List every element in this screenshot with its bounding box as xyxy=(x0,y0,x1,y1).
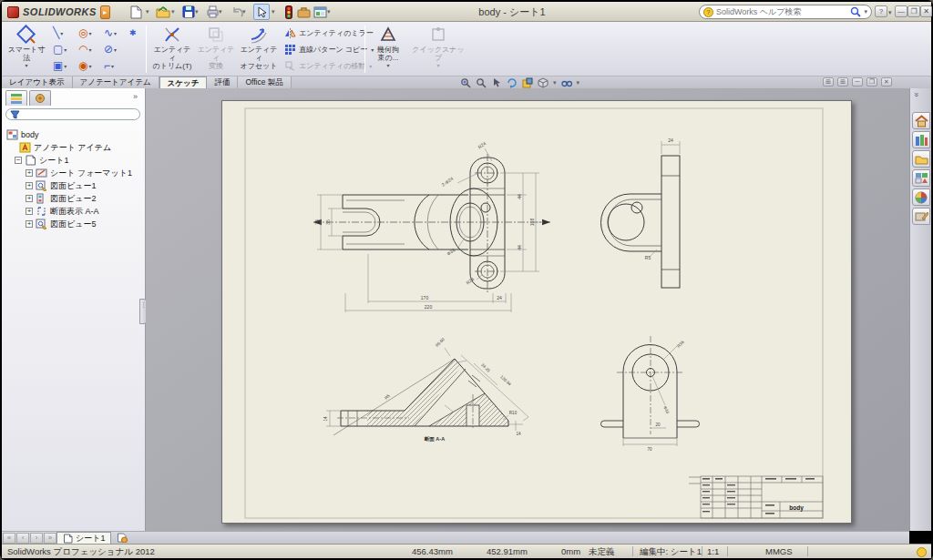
expand-box[interactable] xyxy=(26,195,33,202)
doc-restore-button[interactable]: ❐ xyxy=(866,77,877,87)
tree-item-view2[interactable]: 図面ビュー2 xyxy=(2,192,146,205)
status-help-icon[interactable] xyxy=(917,547,927,557)
smart-dimension-dropdown[interactable]: ▾ xyxy=(25,62,27,70)
open-dropdown[interactable]: ▾ xyxy=(171,8,175,15)
tree-item-annotations[interactable]: アノテート アイテム xyxy=(2,141,146,154)
custom-properties-button[interactable] xyxy=(912,208,930,225)
doc-split-button[interactable]: ⊞ xyxy=(823,77,834,87)
solidworks-resources-button[interactable] xyxy=(912,112,930,129)
close-button[interactable]: ✕ xyxy=(920,5,932,17)
new-document-button[interactable] xyxy=(128,4,144,20)
offset-entities-button[interactable]: エンティティ オフセット xyxy=(237,24,281,75)
bottom-view[interactable]: R36 Φ16 20 70 xyxy=(601,336,700,452)
circle-tool[interactable]: ◎▾ xyxy=(78,25,92,40)
drawing-sheet[interactable]: 170 24 220 44 44 108 74 35 R24 2-Φ24 Φ36… xyxy=(221,100,852,524)
solidworks-logo[interactable]: SOLIDWORKS xyxy=(7,5,110,19)
search-dropdown[interactable]: ▾ xyxy=(864,8,867,15)
tab-office-products[interactable]: Office 製品 xyxy=(238,76,291,88)
propertymanager-tab[interactable] xyxy=(29,90,51,106)
ellipse-tool[interactable]: ⊘▾ xyxy=(104,42,117,56)
spline-tool[interactable]: ∿▾ xyxy=(104,25,117,40)
window-button[interactable] xyxy=(312,4,328,20)
menu-flyout-arrow[interactable] xyxy=(100,5,110,19)
rectangle-tool[interactable]: ▢▾ xyxy=(53,42,67,56)
minimize-button[interactable]: — xyxy=(895,5,907,17)
file-explorer-button[interactable] xyxy=(912,150,930,168)
tab-annotations[interactable]: アノテートアイテム xyxy=(73,76,159,88)
search-magnifier-icon[interactable] xyxy=(850,6,861,17)
task-pane-collapse-chevron[interactable] xyxy=(912,92,921,97)
restore-button[interactable]: ❐ xyxy=(907,5,920,17)
tree-item-view1[interactable]: 図面ビュー1 xyxy=(2,179,146,192)
tree-item-sheet1[interactable]: シート1 xyxy=(2,154,146,167)
help-search-box[interactable]: ? SolidWorks ヘルプ検索 ▾ xyxy=(699,5,872,19)
convert-entities-button[interactable]: エンティティ 変換 xyxy=(196,24,236,75)
move-entities-button[interactable]: エンティティの移動 ▾ xyxy=(284,60,372,71)
collapse-box[interactable] xyxy=(15,157,22,164)
search-input[interactable]: SolidWorks ヘルプ検索 xyxy=(716,6,847,18)
expand-box[interactable] xyxy=(26,169,33,177)
featuremanager-tab[interactable] xyxy=(5,90,27,106)
save-dropdown[interactable]: ▾ xyxy=(195,8,199,15)
design-library-button[interactable] xyxy=(912,131,930,148)
display-constraints-button[interactable]: 幾何拘 束の... ▾ xyxy=(369,24,407,75)
zoom-pointer-icon[interactable] xyxy=(491,77,502,88)
hide-show-dropdown[interactable]: ▾ xyxy=(577,79,580,87)
undo-dropdown[interactable]: ▾ xyxy=(242,8,246,15)
doc-minimize-button[interactable]: ─ xyxy=(852,77,863,87)
display-style-dropdown[interactable]: ▾ xyxy=(553,79,557,87)
status-units[interactable]: MMGS xyxy=(765,546,793,556)
doc-close-button[interactable]: ✕ xyxy=(881,77,892,87)
options-button[interactable] xyxy=(295,4,312,20)
open-button[interactable] xyxy=(155,4,171,20)
doc-split2-button[interactable]: ⊞ xyxy=(837,77,848,87)
constraints-dropdown[interactable]: ▾ xyxy=(386,62,389,70)
hide-show-items-icon[interactable] xyxy=(561,77,572,88)
rotate-view-icon[interactable] xyxy=(507,77,518,88)
help-dropdown[interactable]: ▾ xyxy=(888,9,892,16)
last-sheet-button[interactable]: » xyxy=(44,533,56,544)
add-sheet-tab[interactable] xyxy=(111,532,133,545)
graphics-area[interactable]: 170 24 220 44 44 108 74 35 R24 2-Φ24 Φ36… xyxy=(146,88,909,531)
new-dropdown[interactable]: ▾ xyxy=(146,8,149,15)
select-button[interactable] xyxy=(253,4,270,20)
window-dropdown[interactable]: ▾ xyxy=(327,8,331,15)
tab-layout[interactable]: レイアウト表示 xyxy=(2,76,73,88)
title-block[interactable]: body xyxy=(689,476,823,518)
expand-box[interactable] xyxy=(26,220,33,228)
mirror-entities-button[interactable]: エンティティのミラー xyxy=(284,27,374,38)
expand-box[interactable] xyxy=(26,182,33,189)
panel-collapse-chevron[interactable] xyxy=(133,92,138,101)
tab-evaluate[interactable]: 評価 xyxy=(207,76,238,88)
trim-entities-button[interactable]: エンティティ のトリム(T) xyxy=(150,24,194,75)
side-view[interactable]: 24 R5 xyxy=(601,137,681,288)
tree-item-sheet-format[interactable]: シート フォーマット1 xyxy=(2,167,146,179)
next-sheet-button[interactable]: › xyxy=(30,533,43,544)
display-style-icon[interactable] xyxy=(538,77,549,88)
print-dropdown[interactable]: ▾ xyxy=(219,8,222,15)
quick-snap-button[interactable]: クイックスナップ ▾ xyxy=(412,24,465,75)
first-sheet-button[interactable]: « xyxy=(3,533,15,544)
front-dims[interactable]: 170 24 220 44 44 108 74 35 R24 2-Φ24 Φ36… xyxy=(314,140,535,310)
view-palette-button[interactable] xyxy=(912,169,930,187)
quick-snap-dropdown[interactable]: ▾ xyxy=(436,62,439,70)
fillet-tool[interactable]: ⌐▾ xyxy=(104,58,114,73)
tree-root-body[interactable]: body xyxy=(2,128,146,141)
bottom-dims[interactable]: R36 Φ16 20 70 xyxy=(647,340,685,452)
tree-filter-box[interactable] xyxy=(5,108,140,120)
prev-sheet-button[interactable]: ‹ xyxy=(16,533,29,544)
3d-view-icon[interactable] xyxy=(522,77,533,88)
arc-tool[interactable]: ◠▾ xyxy=(78,42,92,56)
tab-sketch[interactable]: スケッチ xyxy=(159,76,208,88)
smart-dimension-button[interactable]: スマート寸 法 ▾ xyxy=(5,24,47,75)
tree-item-section-view[interactable]: 断面表示 A-A xyxy=(2,205,146,218)
slot-tool[interactable]: ▣▾ xyxy=(53,58,67,73)
tree-item-view5[interactable]: 図面ビュー5 xyxy=(2,218,146,230)
appearances-button[interactable] xyxy=(912,188,930,206)
sheet1-tab[interactable]: シート1 xyxy=(56,532,111,545)
point-tool[interactable]: ✱ xyxy=(129,25,137,40)
help-button[interactable]: ? xyxy=(875,5,887,17)
linear-pattern-button[interactable]: 直線パターン コピー ▾ xyxy=(284,44,374,55)
line-tool[interactable]: ╲▾ xyxy=(53,25,63,40)
circle-concentric-tool[interactable]: ◉▾ xyxy=(78,58,92,73)
